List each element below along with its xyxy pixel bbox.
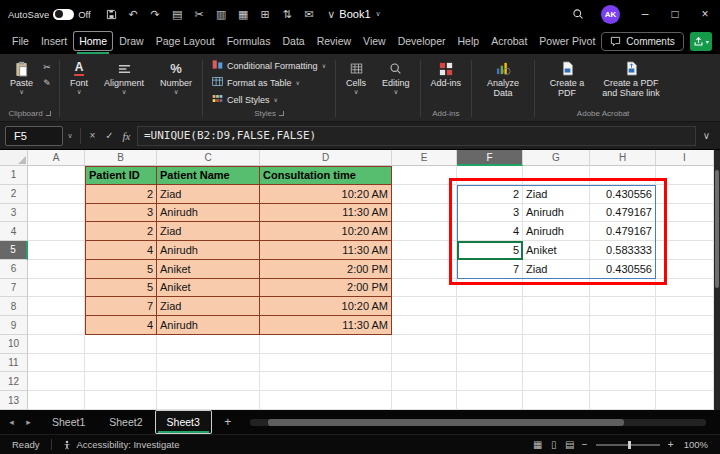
cell-I6[interactable]: [656, 260, 714, 279]
cell-D2[interactable]: 10:20 AM: [260, 185, 392, 204]
comments-button[interactable]: Comments: [601, 32, 683, 51]
zoom-out-button[interactable]: −: [578, 439, 592, 450]
save-icon[interactable]: [105, 7, 118, 22]
ribbon-tab-page-layout[interactable]: Page Layout: [150, 31, 221, 51]
cell-G2[interactable]: Ziad: [523, 185, 590, 204]
cell-A7[interactable]: [28, 279, 85, 298]
cell-A3[interactable]: [28, 204, 85, 223]
add-ins-button[interactable]: Add-ins: [426, 57, 467, 89]
row-header-9[interactable]: 9: [0, 316, 28, 335]
row-header-2[interactable]: 2: [0, 185, 28, 204]
cell-F5[interactable]: 5: [457, 241, 523, 260]
cell-H5[interactable]: 0.583333: [590, 241, 656, 260]
cell-A2[interactable]: [28, 185, 85, 204]
cell-F9[interactable]: [457, 316, 523, 335]
minimize-button[interactable]: –: [630, 0, 660, 28]
cell-H2[interactable]: 0.430556: [590, 185, 656, 204]
cell-E3[interactable]: [392, 204, 457, 223]
cell-I8[interactable]: [656, 297, 714, 316]
share-button[interactable]: ▾: [690, 32, 712, 51]
zoom-level[interactable]: 100%: [678, 439, 720, 450]
cell-H7[interactable]: [590, 279, 656, 298]
cut-icon[interactable]: ✂: [193, 7, 206, 22]
cell-D8[interactable]: 10:20 AM: [260, 297, 392, 316]
column-header-G[interactable]: G: [523, 150, 590, 166]
column-header-D[interactable]: D: [260, 150, 392, 166]
ribbon-tab-review[interactable]: Review: [311, 31, 357, 51]
autosave-toggle[interactable]: AutoSave Off: [8, 9, 91, 20]
cell-C3[interactable]: Anirudh: [157, 204, 260, 223]
cell-G6[interactable]: Ziad: [523, 260, 590, 279]
select-all-button[interactable]: [0, 150, 28, 166]
column-header-A[interactable]: A: [28, 150, 85, 166]
cell-G3[interactable]: Anirudh: [523, 204, 590, 223]
cell-F11[interactable]: [457, 354, 523, 373]
workbook-title[interactable]: Book1 ∨: [339, 8, 380, 20]
column-header-E[interactable]: E: [392, 150, 457, 166]
cell-F10[interactable]: [457, 335, 523, 354]
column-header-H[interactable]: H: [590, 150, 656, 166]
vertical-scrollbar-thumb[interactable]: [715, 170, 719, 288]
ribbon-tab-file[interactable]: File: [6, 31, 35, 51]
cell-B4[interactable]: 2: [85, 222, 157, 241]
cell-F7[interactable]: [457, 279, 523, 298]
enter-button[interactable]: ✓: [101, 127, 118, 145]
cell-C12[interactable]: [157, 372, 260, 391]
cell-E12[interactable]: [392, 372, 457, 391]
page-layout-view-button[interactable]: ▯: [546, 439, 562, 450]
vertical-scrollbar[interactable]: [714, 150, 720, 410]
cell-B11[interactable]: [85, 354, 157, 373]
format-painter-icon[interactable]: ✎: [40, 77, 54, 89]
cell-D9[interactable]: 11:30 AM: [260, 316, 392, 335]
horizontal-scrollbar[interactable]: [250, 419, 706, 426]
cell-G7[interactable]: [523, 279, 590, 298]
cell-I2[interactable]: [656, 185, 714, 204]
cell-B13[interactable]: [85, 391, 157, 410]
row-header-13[interactable]: 13: [0, 391, 28, 410]
alignment-button[interactable]: Alignment ∨: [99, 57, 149, 97]
cell-E2[interactable]: [392, 185, 457, 204]
ribbon-tab-draw[interactable]: Draw: [113, 31, 150, 51]
cell-I10[interactable]: [656, 335, 714, 354]
dialog-launcher-icon[interactable]: [46, 111, 51, 116]
sheet-nav-left-icon[interactable]: ◂: [4, 417, 19, 427]
cell-E7[interactable]: [392, 279, 457, 298]
cell-H9[interactable]: [590, 316, 656, 335]
new-sheet-button[interactable]: +: [218, 415, 238, 429]
cell-B6[interactable]: 5: [85, 260, 157, 279]
cell-C13[interactable]: [157, 391, 260, 410]
sheet-tab-sheet1[interactable]: Sheet1: [40, 410, 97, 434]
cell-H12[interactable]: [590, 372, 656, 391]
cell-B2[interactable]: 2: [85, 185, 157, 204]
cell-I13[interactable]: [656, 391, 714, 410]
cell-G10[interactable]: [523, 335, 590, 354]
name-box[interactable]: F5: [5, 126, 63, 146]
cell-E6[interactable]: [392, 260, 457, 279]
page-break-view-button[interactable]: ▤: [562, 439, 578, 450]
cell-I9[interactable]: [656, 316, 714, 335]
sheet-tab-sheet2[interactable]: Sheet2: [97, 410, 154, 434]
cell-F12[interactable]: [457, 372, 523, 391]
row-header-6[interactable]: 6: [0, 260, 28, 279]
cell-D11[interactable]: [260, 354, 392, 373]
cell-E11[interactable]: [392, 354, 457, 373]
cell-C11[interactable]: [157, 354, 260, 373]
search-icon[interactable]: [565, 8, 591, 20]
cell-F1[interactable]: [457, 166, 523, 185]
cell-H6[interactable]: 0.430556: [590, 260, 656, 279]
cell-styles-button[interactable]: Cell Styles ∨: [208, 91, 330, 108]
cell-D10[interactable]: [260, 335, 392, 354]
row-header-3[interactable]: 3: [0, 204, 28, 223]
cell-I7[interactable]: [656, 279, 714, 298]
row-header-12[interactable]: 12: [0, 372, 28, 391]
row-header-1[interactable]: 1: [0, 166, 28, 185]
cell-G12[interactable]: [523, 372, 590, 391]
sheet-tab-sheet3[interactable]: Sheet3: [155, 410, 212, 434]
cell-H8[interactable]: [590, 297, 656, 316]
mail-icon[interactable]: ✉: [303, 7, 316, 22]
cell-G9[interactable]: [523, 316, 590, 335]
cell-F2[interactable]: 2: [457, 185, 523, 204]
cell-A12[interactable]: [28, 372, 85, 391]
ribbon-tab-formulas[interactable]: Formulas: [221, 31, 277, 51]
maximize-button[interactable]: □: [660, 0, 690, 28]
